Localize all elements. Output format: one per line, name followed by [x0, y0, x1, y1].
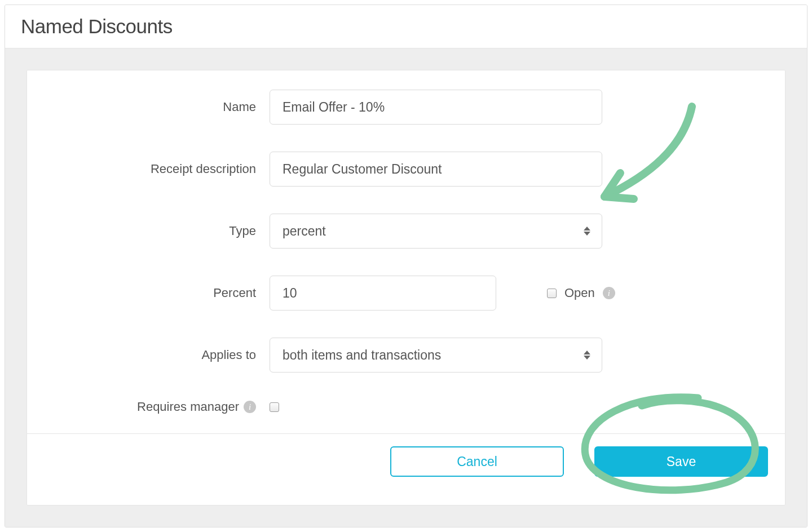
label-open: Open	[564, 286, 595, 300]
info-icon[interactable]: i	[244, 401, 256, 413]
form-card: Name Receipt description Type	[27, 70, 785, 506]
label-receipt: Receipt description	[50, 162, 270, 176]
chevron-updown-icon	[584, 227, 590, 236]
title-bar: Named Discounts	[5, 5, 807, 48]
receipt-description-input[interactable]	[270, 152, 602, 187]
row-requires-manager: Requires manager i	[50, 400, 762, 414]
type-select-value: percent	[283, 224, 326, 239]
label-type: Type	[50, 224, 270, 238]
percent-input[interactable]	[270, 276, 496, 311]
info-icon[interactable]: i	[603, 287, 615, 299]
open-checkbox[interactable]	[547, 289, 557, 298]
label-percent: Percent	[50, 286, 270, 300]
row-type: Type percent	[50, 214, 762, 249]
applies-to-select[interactable]: both items and transactions	[270, 338, 602, 373]
form-footer: Cancel Save	[27, 433, 785, 489]
type-select[interactable]: percent	[270, 214, 602, 249]
label-name: Name	[50, 100, 270, 114]
label-applies: Applies to	[50, 348, 270, 362]
row-applies: Applies to both items and transactions	[50, 338, 762, 373]
applies-to-value: both items and transactions	[283, 348, 441, 363]
label-requires-manager: Requires manager i	[50, 400, 270, 414]
save-button[interactable]: Save	[594, 446, 768, 477]
row-receipt: Receipt description	[50, 152, 762, 187]
row-name: Name	[50, 90, 762, 125]
window: Named Discounts Name Receipt description	[5, 5, 807, 527]
body: Name Receipt description Type	[5, 48, 807, 527]
cancel-button[interactable]: Cancel	[390, 446, 564, 477]
name-input[interactable]	[270, 90, 602, 125]
requires-manager-checkbox[interactable]	[270, 402, 279, 412]
open-group: Open i	[547, 286, 615, 300]
chevron-updown-icon	[584, 351, 590, 360]
row-percent: Percent Open i	[50, 276, 762, 311]
page-title: Named Discounts	[21, 15, 791, 38]
